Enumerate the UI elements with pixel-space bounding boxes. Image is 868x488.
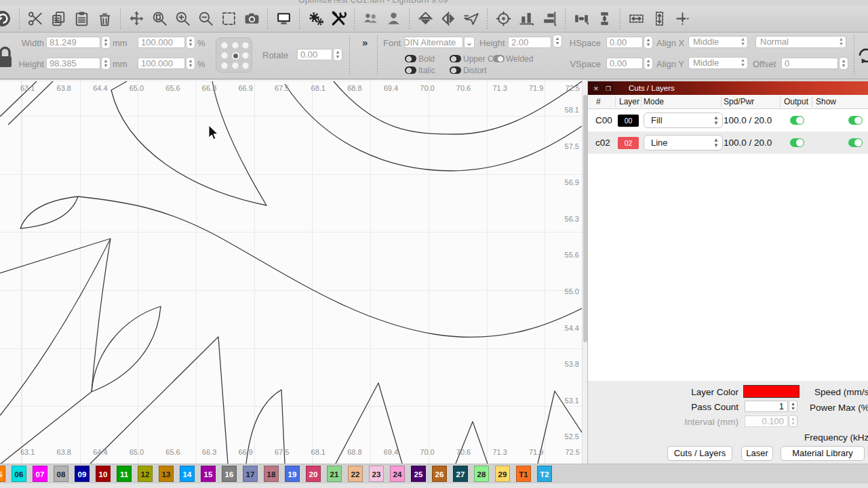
zoom-out-icon[interactable] bbox=[197, 10, 214, 28]
panel-tab-cutslayers[interactable]: Cuts / Layers bbox=[667, 446, 732, 461]
anchor-dot[interactable] bbox=[221, 52, 228, 59]
palette-swatch-06[interactable]: 06 bbox=[12, 466, 26, 482]
hspace-input[interactable]: 0.00 bbox=[606, 37, 643, 48]
align-y-dropdown[interactable]: Middle▲▼ bbox=[688, 57, 748, 69]
height-percent-stepper[interactable]: ▲▼ bbox=[186, 57, 195, 70]
anchor-dot[interactable] bbox=[242, 42, 249, 49]
frame-selection-icon[interactable] bbox=[220, 10, 237, 28]
layer-color-swatch[interactable] bbox=[743, 385, 800, 398]
height-percent-input[interactable]: 100.000 bbox=[138, 58, 185, 69]
palette-swatch-27[interactable]: 27 bbox=[453, 466, 468, 482]
palette-swatch-16[interactable]: 16 bbox=[222, 466, 237, 482]
palette-swatch-26[interactable]: 26 bbox=[432, 466, 447, 482]
device-settings-gears-icon[interactable] bbox=[307, 10, 324, 28]
text-height-input[interactable]: 2.00 bbox=[508, 37, 551, 48]
interval-stepper[interactable]: ▲▼ bbox=[789, 415, 797, 427]
text-style-dropdown[interactable]: Normal▲▼ bbox=[755, 36, 846, 48]
palette-swatch-t2[interactable]: T2 bbox=[537, 466, 552, 482]
distort-toggle[interactable] bbox=[450, 66, 461, 74]
anchor-dot[interactable] bbox=[232, 62, 239, 69]
pan-move-icon[interactable] bbox=[127, 10, 145, 28]
zoom-in-icon[interactable] bbox=[174, 10, 191, 28]
lock-proportions-icon[interactable] bbox=[0, 43, 13, 70]
font-combo[interactable]: DIN Alternate bbox=[404, 37, 463, 48]
delete-icon[interactable] bbox=[96, 10, 113, 28]
anchor-dot-selected[interactable] bbox=[232, 52, 239, 60]
palette-swatch-18[interactable]: 18 bbox=[264, 466, 279, 482]
welded-toggle[interactable] bbox=[493, 55, 505, 62]
layer-show-toggle[interactable] bbox=[848, 116, 863, 125]
height-input[interactable]: 98.385 bbox=[46, 58, 100, 69]
align-x-dropdown[interactable]: Middle▲▼ bbox=[688, 36, 748, 48]
palette-swatch-05[interactable]: 05 bbox=[0, 466, 5, 482]
refresh-arrows-icon[interactable] bbox=[857, 46, 868, 65]
canvas-vertical-scrollbar[interactable] bbox=[582, 80, 587, 464]
palette-swatch-12[interactable]: 12 bbox=[138, 466, 153, 482]
rotate-stepper[interactable]: ▲▼ bbox=[333, 48, 342, 61]
width-percent-input[interactable]: 100.000 bbox=[138, 37, 185, 48]
workspace-canvas[interactable]: 63.163.864.465.065.666.366.967.568.168.8… bbox=[0, 80, 582, 464]
height-stepper[interactable]: ▲▼ bbox=[101, 57, 111, 70]
hspace-stepper[interactable]: ▲▼ bbox=[644, 36, 653, 49]
rotate-input[interactable]: 0.00 bbox=[297, 49, 332, 60]
palette-swatch-11[interactable]: 11 bbox=[117, 466, 132, 482]
palette-swatch-21[interactable]: 21 bbox=[327, 466, 342, 482]
panel-tab-materiallibrary[interactable]: Material Library bbox=[781, 446, 865, 461]
cut-icon[interactable] bbox=[26, 10, 44, 28]
width-input[interactable]: 81.249 bbox=[46, 37, 100, 48]
upper-case-toggle[interactable] bbox=[450, 55, 461, 62]
layer-color-chip[interactable]: 02 bbox=[618, 137, 639, 149]
anchor-point-grid[interactable] bbox=[216, 37, 252, 73]
width-percent-stepper[interactable]: ▲▼ bbox=[186, 36, 195, 49]
layer-output-toggle[interactable] bbox=[790, 116, 804, 125]
vspace-input[interactable]: 0.00 bbox=[606, 58, 643, 69]
distribute-vertical-icon[interactable] bbox=[595, 10, 613, 28]
palette-swatch-20[interactable]: 20 bbox=[306, 466, 321, 482]
camera-capture-icon[interactable] bbox=[243, 10, 260, 28]
send-to-laser-icon[interactable] bbox=[462, 10, 480, 28]
anchor-dot[interactable] bbox=[232, 42, 239, 49]
machine-tools-icon[interactable] bbox=[330, 10, 347, 28]
palette-swatch-24[interactable]: 24 bbox=[390, 466, 405, 482]
palette-swatch-10[interactable]: 10 bbox=[96, 466, 111, 482]
resize-height-icon[interactable] bbox=[650, 10, 668, 28]
layer-row-C00[interactable]: C0000Fill▲▼100.0 / 20.0 bbox=[588, 109, 868, 131]
preview-monitor-icon[interactable] bbox=[275, 10, 292, 28]
palette-swatch-t1[interactable]: T1 bbox=[516, 466, 531, 482]
paste-icon[interactable] bbox=[73, 10, 90, 28]
offset-input[interactable]: 0 bbox=[781, 58, 838, 69]
vspace-stepper[interactable]: ▲▼ bbox=[644, 57, 653, 70]
layer-output-toggle[interactable] bbox=[790, 138, 804, 147]
anchor-dot[interactable] bbox=[221, 62, 228, 69]
flip-horizontal-icon[interactable] bbox=[439, 10, 457, 28]
zoom-to-page-icon[interactable] bbox=[151, 10, 168, 28]
panel-tab-laser[interactable]: Laser bbox=[741, 446, 773, 461]
palette-swatch-14[interactable]: 14 bbox=[180, 466, 195, 482]
palette-swatch-15[interactable]: 15 bbox=[201, 466, 216, 482]
palette-swatch-13[interactable]: 13 bbox=[159, 466, 174, 482]
panel-close-icon[interactable]: ✕ bbox=[591, 83, 601, 93]
text-height-stepper[interactable]: ▲▼ bbox=[553, 35, 562, 47]
palette-swatch-07[interactable]: 07 bbox=[33, 466, 47, 482]
layer-mode-dropdown[interactable]: Fill▲▼ bbox=[644, 113, 723, 128]
pass-count-stepper[interactable]: ▲▼ bbox=[789, 400, 797, 412]
group-shapes-icon[interactable] bbox=[361, 10, 379, 28]
layer-show-toggle[interactable] bbox=[848, 138, 863, 147]
palette-swatch-19[interactable]: 19 bbox=[285, 466, 300, 482]
anchor-dot[interactable] bbox=[221, 42, 228, 49]
resize-width-icon[interactable] bbox=[627, 10, 645, 28]
align-right-icon[interactable] bbox=[540, 10, 558, 28]
redo-icon[interactable] bbox=[0, 10, 12, 28]
offset-stepper[interactable]: ▲▼ bbox=[839, 57, 848, 70]
pass-count-input[interactable]: 1 bbox=[745, 401, 788, 412]
width-stepper[interactable]: ▲▼ bbox=[101, 36, 111, 49]
bold-toggle[interactable] bbox=[405, 55, 416, 62]
palette-swatch-29[interactable]: 29 bbox=[495, 466, 510, 482]
distribute-horizontal-icon[interactable] bbox=[572, 10, 590, 28]
palette-swatch-09[interactable]: 09 bbox=[75, 466, 90, 482]
layer-color-chip[interactable]: 00 bbox=[618, 115, 639, 127]
palette-swatch-22[interactable]: 22 bbox=[348, 466, 363, 482]
panel-undock-icon[interactable]: ❐ bbox=[604, 83, 613, 93]
layer-mode-dropdown[interactable]: Line▲▼ bbox=[644, 135, 723, 150]
anchor-dot[interactable] bbox=[242, 62, 249, 69]
